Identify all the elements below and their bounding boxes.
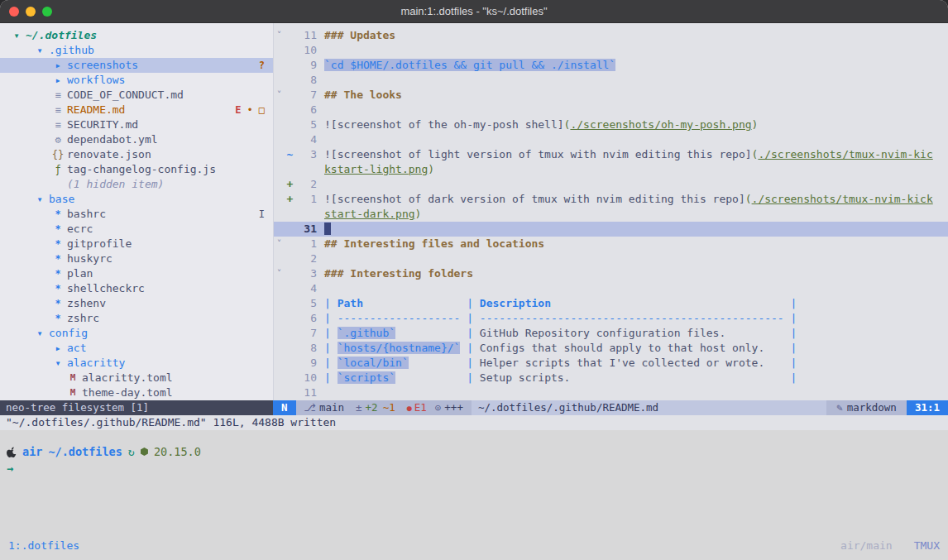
- editor-line[interactable]: ~3![screenshot of light version of tmux …: [274, 147, 948, 162]
- fold-indicator: [274, 43, 285, 58]
- tree-item-base[interactable]: ▾base: [0, 192, 273, 207]
- tree-item-tag-changelog-config-js[interactable]: ƒtag-changelog-config.js: [0, 162, 273, 177]
- folder-expanded-icon: ▾: [33, 192, 46, 207]
- tmux-window-tab[interactable]: 1:.dotfiles: [8, 539, 79, 552]
- editor-line[interactable]: 10| `scripts` | Setup scripts. |: [274, 371, 948, 385]
- tree-item-huskyrc[interactable]: *huskyrc: [0, 251, 273, 266]
- shell-file-icon: *: [51, 266, 65, 281]
- tree-item-workflows[interactable]: ▸workflows: [0, 73, 273, 88]
- close-button[interactable]: [9, 7, 19, 17]
- editor-line[interactable]: kstart-light.png): [274, 162, 948, 177]
- gutter-sign: [285, 266, 295, 281]
- line-number: 3: [295, 266, 317, 281]
- gutter-sign: [285, 341, 295, 356]
- tree-item-code-of-conduct-md[interactable]: ≡CODE_OF_CONDUCT.md: [0, 88, 273, 103]
- editor-line[interactable]: 4: [274, 281, 948, 296]
- editor-line[interactable]: 8: [274, 73, 948, 88]
- tree-item-label: zshrc: [67, 311, 99, 326]
- minimize-button[interactable]: [26, 7, 36, 17]
- fold-indicator: [274, 326, 285, 341]
- editor-line[interactable]: 7| `.github` | GitHub Repository configu…: [274, 326, 948, 341]
- editor-buffer[interactable]: ˅ 11### Updates 10 9`cd $HOME/.dotfiles …: [273, 23, 948, 400]
- tree-item-alacritty[interactable]: ▾alacritty: [0, 356, 273, 371]
- editor-line[interactable]: ˅ 3### Interesting folders: [274, 266, 948, 281]
- tree-item-act[interactable]: ▸act: [0, 341, 273, 356]
- editor-line[interactable]: 8| `hosts/{hostname}/` | Configs that sh…: [274, 341, 948, 356]
- tree-item-renovate-json[interactable]: {}renovate.json: [0, 147, 273, 162]
- line-text: ![screenshot of dark version of tmux wit…: [317, 192, 948, 207]
- tree-item-bashrc[interactable]: *bashrcI: [0, 207, 273, 222]
- yaml-file-icon: ⚙: [51, 132, 65, 147]
- editor-line[interactable]: start-dark.png): [274, 207, 948, 222]
- editor-line[interactable]: 6: [274, 103, 948, 117]
- editor-line[interactable]: +2: [274, 177, 948, 192]
- gutter-sign: [285, 326, 295, 341]
- statusline: N ⎇main ±+2~1 ●E1⊙+++ ~/.dotfiles/.githu…: [273, 400, 948, 415]
- tmux-label: TMUX: [914, 539, 940, 552]
- editor-line[interactable]: 4: [274, 132, 948, 147]
- tree-item-security-md[interactable]: ≡SECURITY.md: [0, 117, 273, 132]
- tree-item-1-hidden-item[interactable]: (1 hidden item): [0, 177, 273, 192]
- editor-line[interactable]: ˅ 11### Updates: [274, 28, 948, 43]
- fold-indicator: [274, 192, 285, 207]
- tree-item-readme-md[interactable]: ≡README.mdE•□: [0, 103, 273, 117]
- line-text: [317, 281, 948, 296]
- gutter-sign: [285, 371, 295, 385]
- tree-item-ecrc[interactable]: *ecrc: [0, 222, 273, 237]
- editor-line[interactable]: ˅ 7## The looks: [274, 88, 948, 103]
- tree-item-gitprofile[interactable]: *gitprofile: [0, 237, 273, 251]
- line-number: [295, 162, 317, 177]
- line-number: 3: [295, 147, 317, 162]
- tree-item-zshenv[interactable]: *zshenv: [0, 296, 273, 311]
- shell-input-line[interactable]: →: [7, 462, 941, 478]
- editor-line[interactable]: ˅ 1## Interesting files and locations: [274, 237, 948, 251]
- diff-added-count: +2: [366, 401, 378, 414]
- tree-item-shellcheckrc[interactable]: *shellcheckrc: [0, 281, 273, 296]
- git-branch-name: main: [319, 401, 344, 414]
- editor-line[interactable]: 31: [274, 222, 948, 237]
- editor-line[interactable]: +1![screenshot of dark version of tmux w…: [274, 192, 948, 207]
- tree-item-plan[interactable]: *plan: [0, 266, 273, 281]
- tree-item-dependabot-yml[interactable]: ⚙dependabot.yml: [0, 132, 273, 147]
- tree-item-zshrc[interactable]: *zshrc: [0, 311, 273, 326]
- editor-line[interactable]: 6| ------------------- | ---------------…: [274, 311, 948, 326]
- error-count: E1: [414, 401, 427, 414]
- line-text: ## The looks: [317, 88, 948, 103]
- editor-line[interactable]: 11: [274, 385, 948, 400]
- tree-item-config[interactable]: ▾config: [0, 326, 273, 341]
- fold-indicator: [274, 296, 285, 311]
- editor-line[interactable]: 9`cd $HOME/.dotfiles && git pull && ./in…: [274, 58, 948, 73]
- tree-item-label: screenshots: [67, 58, 138, 73]
- line-number: 1: [295, 192, 317, 207]
- neotree-sidebar: ▾~/.dotfiles▾.github▸screenshots?▸workfl…: [0, 23, 273, 400]
- window-title: main:1:.dotfiles - "ks~/.dotfiles": [0, 5, 948, 17]
- editor-line[interactable]: 10: [274, 43, 948, 58]
- tree-item-theme-day-toml[interactable]: Mtheme-day.toml: [0, 385, 273, 400]
- line-number: 7: [295, 326, 317, 341]
- tree-item-screenshots[interactable]: ▸screenshots?: [0, 58, 273, 73]
- tree-item-github[interactable]: ▾.github: [0, 43, 273, 58]
- git-branch-icon: ⎇: [304, 401, 316, 414]
- zoom-button[interactable]: [42, 7, 52, 17]
- fold-indicator: [274, 103, 285, 117]
- fold-indicator: [274, 147, 285, 162]
- tree-item-alacritty-toml[interactable]: Malacritty.toml: [0, 371, 273, 385]
- editor-line[interactable]: 5| Path | Description |: [274, 296, 948, 311]
- gutter-sign: [285, 103, 295, 117]
- gutter-sign: [285, 162, 295, 177]
- editor-line[interactable]: 5![screenshot of the oh-my-posh shell](.…: [274, 117, 948, 132]
- line-number: 10: [295, 371, 317, 385]
- line-number: 2: [295, 177, 317, 192]
- folder-expanded-icon: ▾: [33, 43, 46, 58]
- line-text: ### Updates: [317, 28, 948, 43]
- editor-line[interactable]: 2: [274, 251, 948, 266]
- node-hexagon-icon: [141, 448, 148, 456]
- line-text: | `.github` | GitHub Repository configur…: [317, 326, 948, 341]
- tree-item-dotfiles[interactable]: ▾~/.dotfiles: [0, 28, 273, 43]
- statusline-left-group: ⎇main ±+2~1 ●E1⊙+++: [296, 400, 472, 415]
- gutter-sign: [285, 281, 295, 296]
- tree-item-label: ~/.dotfiles: [26, 28, 97, 43]
- toml-file-icon: M: [66, 371, 79, 385]
- fold-indicator: ˅: [274, 266, 285, 281]
- editor-line[interactable]: 9| `local/bin` | Helper scripts that I'v…: [274, 356, 948, 371]
